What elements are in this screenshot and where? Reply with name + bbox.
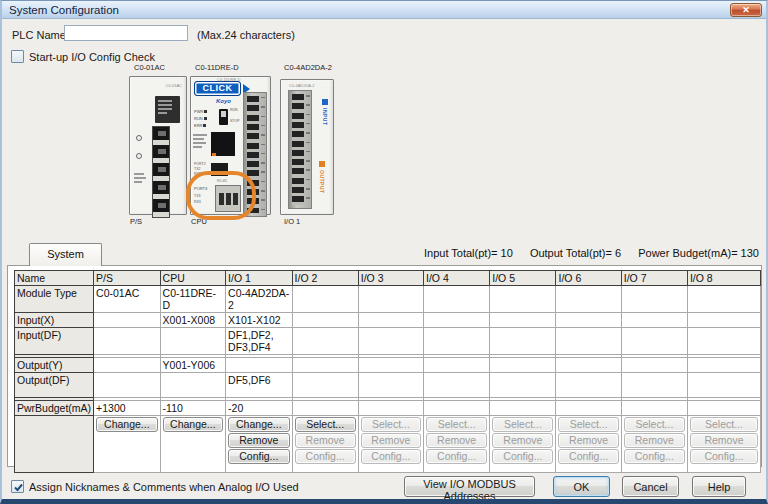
input-marker-icon xyxy=(322,99,328,105)
cell-module-type-i-o-3 xyxy=(358,286,423,313)
row-header-input-x: Input(X) xyxy=(15,313,94,328)
column-header-i-o-2: I/O 2 xyxy=(292,271,358,286)
view-modbus-addresses-button[interactable]: View I/O MODBUS Addresses xyxy=(404,476,535,497)
action-cell-i-o-4: Select...RemoveConfig... xyxy=(424,416,490,473)
power-budget: Power Budget(mA)= 130 xyxy=(638,247,759,259)
cell-output-y-i-o-3 xyxy=(358,358,423,373)
cell-input-x-i-o-6 xyxy=(556,313,621,328)
cell-input-df-p-s xyxy=(94,328,160,355)
pwr-led-label: PWR xyxy=(194,109,207,114)
power-supply-module: C0-01AC xyxy=(129,76,187,215)
cell-module-type-p-s: C0-01AC xyxy=(94,286,160,313)
system-table: NameP/SCPUI/O 1I/O 2I/O 3I/O 4I/O 5I/O 6… xyxy=(14,270,761,473)
port2-tx-label: TX2 xyxy=(194,167,200,172)
change-button-p-s[interactable]: Change... xyxy=(96,417,157,432)
close-button[interactable]: ✕ xyxy=(730,3,762,17)
remove-button-i-o-7: Remove xyxy=(624,433,685,448)
action-cell-p-s: Change... xyxy=(94,416,160,473)
change-button-i-o-1[interactable]: Change... xyxy=(228,417,289,432)
column-header-i-o-6: I/O 6 xyxy=(556,271,621,286)
action-cell-i-o-1: Change...RemoveConfig... xyxy=(226,416,292,473)
config-button-i-o-3: Config... xyxy=(361,449,421,464)
cpu-module-print: C0-11DRE-D xyxy=(217,77,240,82)
assign-nicknames-label: Assign Nicknames & Comments when Analog … xyxy=(29,481,299,493)
column-header-i-o-3: I/O 3 xyxy=(358,271,423,286)
column-header-cpu: CPU xyxy=(160,271,226,286)
cell-input-df-i-o-6 xyxy=(556,328,621,355)
action-cell-i-o-8: Select...RemoveConfig... xyxy=(687,416,760,473)
action-cell-i-o-7: Select...RemoveConfig... xyxy=(621,416,687,473)
select-button-i-o-6: Select... xyxy=(558,417,618,432)
cell-input-x-i-o-8 xyxy=(687,313,760,328)
cell-pwrbudget-ma-i-o-1: -20 xyxy=(226,401,292,416)
startup-io-check-checkbox[interactable] xyxy=(11,50,24,63)
cell-module-type-i-o-6 xyxy=(556,286,621,313)
cell-pwrbudget-ma-i-o-6 xyxy=(556,401,621,416)
ps-model-label: C0-01AC xyxy=(134,63,165,72)
ps-terminal-blocks xyxy=(152,126,170,218)
cell-input-x-i-o-5 xyxy=(490,313,556,328)
row-header-module-type: Module Type xyxy=(15,286,94,313)
column-header-name: Name xyxy=(15,271,94,286)
title-bar: System Configuration ✕ xyxy=(2,1,766,19)
cell-output-df-i-o-2 xyxy=(292,373,358,398)
cell-output-df-i-o-6 xyxy=(556,373,621,398)
remove-button-i-o-3: Remove xyxy=(361,433,421,448)
plc-name-input[interactable] xyxy=(64,25,188,41)
cell-input-x-i-o-4 xyxy=(424,313,490,328)
select-button-i-o-2[interactable]: Select... xyxy=(295,417,356,432)
cell-input-x-i-o-3 xyxy=(358,313,423,328)
remove-button-i-o-5: Remove xyxy=(492,433,553,448)
io-module: C0-4AD2DA-2 INPUT OUTPUT xyxy=(280,79,334,215)
config-button-i-o-4: Config... xyxy=(426,449,487,464)
select-button-i-o-7: Select... xyxy=(624,417,685,432)
cell-output-y-i-o-4 xyxy=(424,358,490,373)
plc-modules-graphic: C0-01AC C0-11DRE-D C0-4AD2DA-2 C0-01AC C… xyxy=(120,62,342,234)
close-icon: ✕ xyxy=(742,5,750,15)
row-header-pwrbudget-ma: PwrBudget(mA) xyxy=(15,401,94,416)
cell-pwrbudget-ma-i-o-8 xyxy=(687,401,760,416)
ok-button[interactable]: OK xyxy=(553,476,610,497)
ps-module-print: C0-01AC xyxy=(166,83,182,88)
plc-name-label: PLC Name xyxy=(12,29,66,41)
ps-ground-symbol xyxy=(136,135,142,141)
help-button[interactable]: Help xyxy=(692,476,746,497)
cell-input-x-i-o-2 xyxy=(292,313,358,328)
assign-nicknames-checkbox[interactable] xyxy=(11,480,24,493)
window-title: System Configuration xyxy=(9,4,119,16)
remove-button-i-o-1[interactable]: Remove xyxy=(228,433,289,448)
cell-output-y-i-o-5 xyxy=(490,358,556,373)
cell-input-df-i-o-8 xyxy=(687,328,760,355)
cell-output-df-i-o-5 xyxy=(490,373,556,398)
cell-output-y-i-o-8 xyxy=(687,358,760,373)
click-logo: CLICK xyxy=(194,81,241,96)
action-cell-i-o-3: Select...RemoveConfig... xyxy=(358,416,423,473)
change-button-cpu[interactable]: Change... xyxy=(163,417,224,432)
row-header-output-y: Output(Y) xyxy=(15,358,94,373)
column-header-i-o-5: I/O 5 xyxy=(490,271,556,286)
row-header-input-df: Input(DF) xyxy=(15,328,94,355)
cell-output-df-p-s xyxy=(94,373,160,398)
remove-button-i-o-2: Remove xyxy=(295,433,356,448)
output-marker-icon xyxy=(319,161,325,167)
column-header-i-o-4: I/O 4 xyxy=(424,271,490,286)
remove-button-i-o-4: Remove xyxy=(426,433,487,448)
cell-output-df-i-o-3 xyxy=(358,373,423,398)
select-button-i-o-5: Select... xyxy=(492,417,553,432)
cell-input-x-i-o-7 xyxy=(621,313,687,328)
cell-pwrbudget-ma-i-o-2 xyxy=(292,401,358,416)
action-cell-cpu: Change... xyxy=(160,416,226,473)
run-led-label: RUN xyxy=(194,116,207,121)
system-tab-page: NameP/SCPUI/O 1I/O 2I/O 3I/O 4I/O 5I/O 6… xyxy=(7,265,762,467)
remove-button-i-o-8: Remove xyxy=(690,433,758,448)
ps-output-symbol xyxy=(136,153,142,159)
output-total: Output Total(pt)= 6 xyxy=(530,247,621,259)
cell-pwrbudget-ma-cpu: -110 xyxy=(160,401,226,416)
tab-system[interactable]: System xyxy=(29,243,102,266)
cell-output-df-i-o-7 xyxy=(621,373,687,398)
cell-input-x-i-o-1: X101-X102 xyxy=(226,313,292,328)
config-button-i-o-1[interactable]: Config... xyxy=(228,449,289,464)
cell-output-df-i-o-8 xyxy=(687,373,760,398)
cancel-button[interactable]: Cancel xyxy=(622,476,679,497)
config-button-i-o-7: Config... xyxy=(624,449,685,464)
